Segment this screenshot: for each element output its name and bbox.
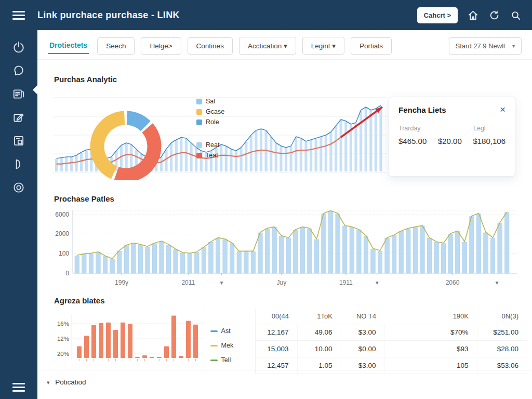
popup-label-right: Legl — [473, 125, 506, 132]
popup-value-2: $20.00 — [438, 137, 462, 145]
legend-item: Tell — [210, 356, 255, 364]
main-content: Drotiectets Seech Helge> Contines Acctic… — [37, 30, 532, 399]
svg-text:16%: 16% — [57, 321, 69, 327]
table-cell: $251.00 — [477, 324, 527, 341]
legend-swatch — [210, 345, 218, 347]
cart-button[interactable]: Cahcrt > — [417, 7, 458, 23]
svg-text:2011: 2011 — [181, 279, 195, 286]
popup-title: Fencha Liets — [398, 105, 446, 114]
legend-item: Mek — [210, 342, 255, 349]
purchas-analytic-title: Purchas Analytic — [54, 75, 117, 84]
version-select[interactable]: Stard 27.9 Newll ▾ — [449, 37, 522, 55]
svg-text:1911: 1911 — [339, 279, 353, 286]
close-icon[interactable]: × — [500, 105, 506, 114]
legend-item: Role — [196, 118, 224, 126]
table-cell: $0.00 — [341, 341, 384, 357]
chat-icon[interactable] — [12, 64, 25, 77]
arc-icon[interactable] — [12, 157, 25, 171]
agreza-table: 00(44 1ToK NO T4 190K 0N(3) 12,167 49.06… — [256, 309, 527, 374]
svg-text:▾: ▾ — [376, 279, 379, 286]
footer-toggle[interactable]: ▾ Poticatiod — [37, 370, 532, 386]
svg-text:▾: ▾ — [496, 279, 499, 286]
legend-swatch — [210, 360, 218, 361]
svg-text:199y: 199y — [115, 279, 128, 286]
table-cell: $93 — [384, 341, 477, 357]
prochase-patles-chart: 600020001000199y2011▾Juy1911▾2060▾ — [52, 207, 525, 292]
legend-label: Tell — [221, 356, 231, 364]
prochase-patles-title: Prochase Patles — [54, 194, 114, 203]
topbar-actions: Cahcrt > — [417, 7, 522, 23]
legend-swatch — [210, 330, 218, 332]
table-row: 15,003 10.00 $0.00 $93 $28.00 — [256, 341, 527, 357]
table-header-cell: 190K — [384, 309, 477, 324]
svg-text:100: 100 — [59, 250, 69, 257]
tab-acctication[interactable]: Acctication ▾ — [239, 37, 296, 55]
table-header-cell: NO T4 — [341, 309, 384, 324]
power-icon[interactable] — [12, 41, 25, 54]
agreza-section: 16%12%20% Ast Mek Tell 00(44 1ToK NO T4 … — [53, 309, 527, 374]
legend-item: Ast — [210, 327, 255, 335]
table-header-cell: 00(44 — [256, 309, 297, 324]
legend-label: Ast — [221, 327, 231, 335]
table-cell: $70% — [384, 324, 477, 341]
caret-down-icon: ▾ — [47, 379, 50, 385]
legend-item: Reat — [196, 141, 224, 149]
tab-portials[interactable]: Portials — [351, 37, 392, 55]
table-cell: 15,003 — [256, 341, 297, 357]
svg-text:2060: 2060 — [446, 279, 460, 286]
svg-text:Juy: Juy — [277, 279, 287, 286]
legend-label: Reat — [206, 141, 219, 149]
legend-item: Sal — [196, 98, 224, 105]
save-icon[interactable] — [12, 134, 25, 148]
news-icon[interactable] — [12, 87, 25, 101]
legend-item: Gcase — [196, 108, 224, 115]
tab-legint[interactable]: Legint ▾ — [302, 37, 344, 55]
search-icon[interactable] — [510, 9, 522, 21]
legend-swatch — [196, 99, 202, 104]
svg-text:0: 0 — [65, 270, 69, 277]
topbar: Link purchace purchase - LINK Cahcrt > — [0, 0, 532, 30]
version-select-value: Stard 27.9 Newll — [456, 42, 505, 50]
table-row: 12,167 49.06 $3.00 $70% $251.00 — [256, 324, 527, 341]
legend-swatch — [196, 119, 202, 125]
purchas-legend: Sal Gcase Role Reat Teat — [196, 98, 224, 159]
svg-text:20%: 20% — [57, 351, 69, 357]
popup-value-1: $465.00 — [398, 137, 427, 145]
page-title: Link purchace purchase - LINK — [37, 10, 180, 21]
svg-text:2000: 2000 — [55, 230, 69, 237]
menu-icon[interactable] — [0, 11, 37, 20]
svg-text:6000: 6000 — [55, 211, 69, 218]
edit-icon[interactable] — [12, 111, 25, 124]
target-icon[interactable] — [12, 181, 25, 194]
tab-seech[interactable]: Seech — [97, 37, 135, 55]
legend-label: Role — [206, 118, 219, 126]
chevron-down-icon: ▾ — [512, 43, 515, 49]
table-cell: 12,167 — [256, 324, 297, 341]
popup-label-left: Trarday — [398, 125, 421, 132]
tab-contines[interactable]: Contines — [188, 37, 233, 55]
active-item-notch — [33, 85, 37, 95]
table-cell: 10.00 — [297, 341, 341, 357]
legend-swatch — [196, 142, 202, 148]
popup-value-3: $180,106 — [473, 137, 506, 145]
home-icon[interactable] — [467, 9, 479, 21]
sidebar-menu-icon[interactable] — [0, 383, 37, 392]
tab-drotiectets[interactable]: Drotiectets — [48, 37, 89, 54]
refresh-icon[interactable] — [488, 9, 500, 21]
agreza-legend: Ast Mek Tell — [204, 309, 256, 374]
fencha-liets-popup: Fencha Liets × Trarday Legl $465.00 $20.… — [389, 97, 515, 177]
tab-bar: Drotiectets Seech Helge> Contines Acctic… — [37, 30, 532, 60]
table-header-row: 00(44 1ToK NO T4 190K 0N(3) — [256, 309, 527, 324]
legend-label: Mek — [221, 342, 234, 349]
table-cell: 49.06 — [297, 324, 341, 341]
svg-text:▾: ▾ — [220, 279, 223, 286]
tab-helge[interactable]: Helge> — [141, 37, 181, 55]
legend-label: Gcase — [206, 108, 224, 115]
legend-item: Teat — [196, 152, 224, 159]
footer-toggle-label: Poticatiod — [55, 378, 86, 386]
legend-label: Sal — [206, 98, 215, 105]
agreza-blates-title: Agreza blates — [54, 296, 105, 305]
agreza-bar-chart: 16%12%20% — [53, 309, 204, 368]
table-cell: $28.00 — [477, 341, 527, 357]
table-header-cell: 1ToK — [297, 309, 341, 324]
